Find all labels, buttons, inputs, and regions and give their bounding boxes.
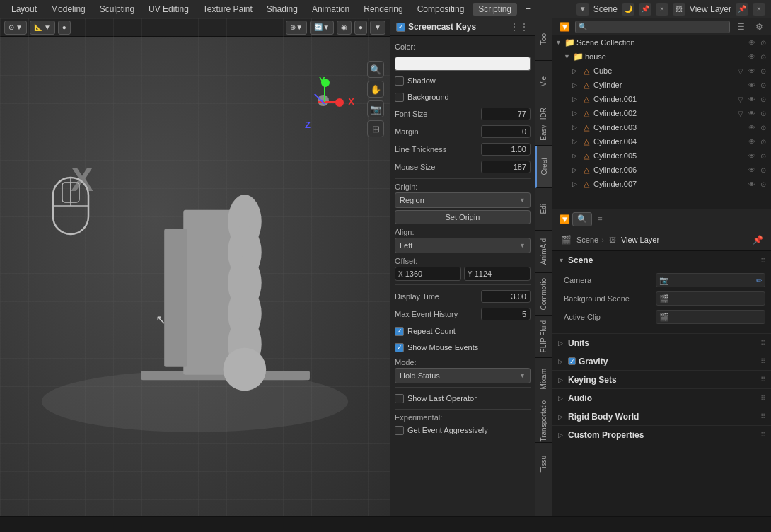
menu-modeling[interactable]: Modeling <box>45 3 91 16</box>
rigid-body-section[interactable]: ▷ Rigid Body World ⠿ <box>552 407 771 426</box>
cyl003-vis-icon[interactable]: 👁 <box>747 124 757 132</box>
pan-btn[interactable]: ✋ <box>367 81 384 98</box>
vtab-flip-fluid[interactable]: FLIP Fluid <box>535 316 552 358</box>
active-clip-value[interactable]: 🎬 <box>656 310 765 324</box>
shadow-checkbox[interactable] <box>395 76 404 86</box>
outliner-cylinder006[interactable]: ▷ △ Cylinder.006 👁 ⊙ <box>552 163 771 177</box>
cyl003-render-icon[interactable]: ⊙ <box>758 124 768 132</box>
max-event-history-value[interactable]: 5 <box>481 308 531 320</box>
vtab-creat[interactable]: Creat <box>535 146 552 188</box>
props-filter-btn[interactable]: 🔽 <box>557 212 572 227</box>
menu-rendering[interactable]: Rendering <box>358 3 408 16</box>
align-dropdown[interactable]: Left ▼ <box>395 238 531 253</box>
vtab-animaid[interactable]: AnimAid <box>535 231 552 273</box>
vtab-mixam[interactable]: Mixam <box>535 358 552 400</box>
outliner-filter-btn[interactable]: 🔽 <box>557 19 572 35</box>
menu-layout[interactable]: Layout <box>6 3 42 16</box>
scene-options[interactable]: × <box>656 3 668 16</box>
outliner-cylinder005[interactable]: ▷ △ Cylinder.005 👁 ⊙ <box>552 149 771 163</box>
props-search-field[interactable]: 🔍 <box>572 212 592 226</box>
outliner-cylinder[interactable]: ▷ △ Cylinder 👁 ⊙ <box>552 78 771 92</box>
outliner-scene-collection[interactable]: ▼ 📁 Scene Collection 👁 ⊙ <box>552 35 771 50</box>
outliner-cylinder002[interactable]: ▷ △ Cylinder.002 ▽ 👁 ⊙ <box>552 106 771 120</box>
mouse-size-value[interactable]: 187 <box>481 161 531 173</box>
props-options-btn[interactable]: ≡ <box>592 212 608 227</box>
cube-filter-icon[interactable]: ▽ <box>736 67 746 75</box>
keying-sets-section[interactable]: ▷ Keying Sets ⠿ <box>552 371 771 389</box>
repeat-count-checkbox[interactable] <box>395 327 404 336</box>
get-event-aggressively-checkbox[interactable] <box>395 426 404 435</box>
bg-scene-value[interactable]: 🎬 <box>656 291 765 306</box>
custom-props-drag[interactable]: ⠿ <box>760 431 765 439</box>
menu-scripting[interactable]: Scripting <box>473 3 517 16</box>
cyl002-filter-icon[interactable]: ▽ <box>736 110 746 117</box>
props-pin-btn[interactable]: 📌 <box>750 232 765 248</box>
vtab-vie[interactable]: Vie <box>535 61 552 103</box>
props-search-btn[interactable]: 🔍 <box>574 212 590 227</box>
vtab-edi[interactable]: Edi <box>535 188 552 231</box>
gravity-section[interactable]: ▷ Gravity ⠿ <box>552 352 771 371</box>
show-mouse-events-checkbox[interactable] <box>395 343 404 352</box>
outliner-cylinder007[interactable]: ▷ △ Cylinder.007 👁 ⊙ <box>552 177 771 191</box>
scene-section-header[interactable]: ▼ Scene ⠿ <box>552 251 771 270</box>
outliner-settings-btn[interactable]: ⚙ <box>751 19 767 35</box>
cyl006-render-icon[interactable]: ⊙ <box>758 166 768 174</box>
background-checkbox[interactable] <box>395 93 404 102</box>
cyl001-vis-icon[interactable]: 👁 <box>747 96 757 103</box>
cyl007-render-icon[interactable]: ⊙ <box>758 180 768 188</box>
screencast-panel-menu[interactable]: ⋮⋮ <box>509 21 529 33</box>
gravity-checkbox[interactable] <box>568 357 576 365</box>
vtab-too[interactable]: Too <box>535 18 552 61</box>
audio-drag[interactable]: ⠿ <box>760 394 765 402</box>
scene-pin[interactable]: 📌 <box>639 3 651 16</box>
margin-value[interactable]: 0 <box>481 125 531 138</box>
visibility-icon[interactable]: 👁 <box>747 39 757 47</box>
outliner-house[interactable]: ▼ 📁 house 👁 ⊙ <box>552 50 771 64</box>
menu-sculpting[interactable]: Sculpting <box>94 3 140 16</box>
vtab-easy-hdr[interactable]: Easy HDR <box>535 103 552 146</box>
show-last-operator-checkbox[interactable] <box>395 394 404 403</box>
font-size-value[interactable]: 77 <box>481 108 531 120</box>
vtab-tissu[interactable]: Tissu <box>535 443 552 485</box>
rigid-body-drag[interactable]: ⠿ <box>760 412 765 420</box>
gravity-drag[interactable]: ⠿ <box>760 357 765 365</box>
menu-add-workspace[interactable]: + <box>520 3 536 16</box>
menu-uv-editing[interactable]: UV Editing <box>143 3 195 16</box>
cyl006-vis-icon[interactable]: 👁 <box>747 166 757 174</box>
render-icon[interactable]: ⊙ <box>758 39 768 47</box>
origin-dropdown[interactable]: Region ▼ <box>395 192 531 208</box>
screencast-enabled-checkbox[interactable] <box>396 23 405 32</box>
custom-props-section[interactable]: ▷ Custom Properties ⠿ <box>552 426 771 444</box>
cyl004-render-icon[interactable]: ⊙ <box>758 138 768 146</box>
axis-widget[interactable]: X Y Z <box>298 75 354 132</box>
cylinder-vis-icon[interactable]: 👁 <box>747 81 757 89</box>
breadcrumb-layer-icon[interactable]: 🖼 <box>607 234 618 245</box>
offset-x-field[interactable]: X 1360 <box>395 267 461 281</box>
keying-sets-drag[interactable]: ⠿ <box>760 376 765 383</box>
cylinder-render-icon[interactable]: ⊙ <box>758 81 768 89</box>
house-render-icon[interactable]: ⊙ <box>758 53 768 61</box>
offset-y-field[interactable]: Y 1124 <box>464 267 531 281</box>
audio-section[interactable]: ▷ Audio ⠿ <box>552 389 771 407</box>
breadcrumb-scene[interactable]: Scene <box>576 236 598 244</box>
color-picker[interactable] <box>395 57 531 71</box>
outliner-cube[interactable]: ▷ △ Cube ▽ 👁 ⊙ <box>552 64 771 78</box>
view-layer-icon[interactable]: 🖼 <box>673 3 685 16</box>
camera-view-btn[interactable]: 📷 <box>367 100 384 117</box>
vtab-transportation[interactable]: Transportatio <box>535 400 552 443</box>
cyl004-vis-icon[interactable]: 👁 <box>747 138 757 146</box>
camera-edit-icon[interactable]: ✏ <box>756 277 762 284</box>
cyl002-render-icon[interactable]: ⊙ <box>758 110 768 117</box>
viewport-3d[interactable]: ⊙ ▼ 📐▼ ● ⊕▼ 🔄▼ ◉ ● ▼ <box>0 18 390 516</box>
set-origin-btn[interactable]: Set Origin <box>395 210 531 224</box>
outliner-cylinder004[interactable]: ▷ △ Cylinder.004 👁 ⊙ <box>552 134 771 149</box>
scene-drag-handle[interactable]: ⠿ <box>760 257 765 265</box>
units-drag[interactable]: ⠿ <box>760 339 765 347</box>
display-time-value[interactable]: 3.00 <box>481 290 531 303</box>
cyl001-filter-icon[interactable]: ▽ <box>736 96 746 103</box>
cyl002-vis-icon[interactable]: 👁 <box>747 110 757 117</box>
cyl005-render-icon[interactable]: ⊙ <box>758 152 768 160</box>
outliner-view-btn[interactable]: ☰ <box>733 19 748 35</box>
scene-selector[interactable]: 🌙 <box>622 3 634 16</box>
view-layer-selector[interactable]: 📌 <box>736 3 748 16</box>
